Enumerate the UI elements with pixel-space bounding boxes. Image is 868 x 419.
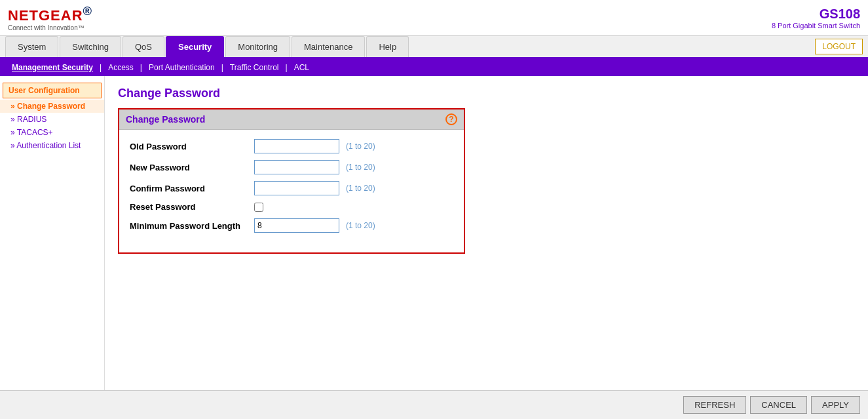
new-password-row: New Password (1 to 20) <box>130 160 453 174</box>
tagline: Connect with Innovation™ <box>8 24 92 31</box>
tab-system[interactable]: System <box>5 36 58 57</box>
subnav-port-authentication[interactable]: Port Authentication <box>142 59 221 76</box>
apply-button[interactable]: APPLY <box>811 396 860 414</box>
brand-name: NETGEAR® <box>8 4 92 24</box>
sidebar-group-user-configuration[interactable]: User Configuration <box>3 83 102 98</box>
help-icon[interactable]: ? <box>445 113 457 125</box>
sidebar-item-authentication-list[interactable]: Authentication List <box>0 139 104 152</box>
min-password-length-input[interactable] <box>254 218 339 233</box>
page-title: Change Password <box>118 87 855 100</box>
change-password-panel: Change Password ? Old Password (1 to 20)… <box>118 108 465 254</box>
page-layout: User Configuration Change Password RADIU… <box>0 76 868 417</box>
brand-text: NETGEAR <box>8 7 83 24</box>
sidebar: User Configuration Change Password RADIU… <box>0 76 105 417</box>
subnav-acl[interactable]: ACL <box>288 59 316 76</box>
new-password-hint: (1 to 20) <box>346 163 375 172</box>
tab-maintenance[interactable]: Maintenance <box>292 36 365 57</box>
reset-password-label: Reset Password <box>130 202 248 212</box>
subnav-management-security[interactable]: Management Security <box>5 59 100 76</box>
tab-qos[interactable]: QoS <box>123 36 164 57</box>
old-password-row: Old Password (1 to 20) <box>130 139 453 153</box>
sidebar-item-radius[interactable]: RADIUS <box>0 113 104 126</box>
logo: NETGEAR® Connect with Innovation™ <box>8 4 92 31</box>
tab-help[interactable]: Help <box>366 36 409 57</box>
panel-title: Change Password <box>126 114 205 125</box>
sidebar-item-tacacs[interactable]: TACACS+ <box>0 126 104 139</box>
brand-reg: ® <box>83 4 93 18</box>
panel-header: Change Password ? <box>119 110 464 130</box>
refresh-button[interactable]: REFRESH <box>683 396 746 414</box>
old-password-label: Old Password <box>130 142 248 151</box>
cancel-button[interactable]: CANCEL <box>750 396 807 414</box>
confirm-password-label: Confirm Password <box>130 184 248 193</box>
confirm-password-row: Confirm Password (1 to 20) <box>130 181 453 195</box>
main-content: Change Password Change Password ? Old Pa… <box>105 76 868 417</box>
tab-switching[interactable]: Switching <box>60 36 121 57</box>
panel-body: Old Password (1 to 20) New Password (1 t… <box>119 130 464 252</box>
old-password-input[interactable] <box>254 139 339 153</box>
min-password-length-label: Minimum Password Length <box>130 221 248 231</box>
header: NETGEAR® Connect with Innovation™ GS108 … <box>0 0 868 36</box>
reset-password-checkbox[interactable] <box>254 203 263 212</box>
min-password-length-hint: (1 to 20) <box>346 221 375 230</box>
device-model: GS108 <box>772 7 860 22</box>
device-info: GS108 8 Port Gigabit Smart Switch <box>772 7 860 30</box>
nav-tabs: System Switching QoS Security Monitoring… <box>0 36 868 59</box>
subnav-traffic-control[interactable]: Traffic Control <box>223 59 286 76</box>
footer: REFRESH CANCEL APPLY <box>0 390 868 417</box>
confirm-password-input[interactable] <box>254 181 339 195</box>
new-password-input[interactable] <box>254 160 339 174</box>
min-password-length-row: Minimum Password Length (1 to 20) <box>130 218 453 233</box>
old-password-hint: (1 to 20) <box>346 142 375 151</box>
sidebar-item-change-password[interactable]: Change Password <box>0 100 104 113</box>
reset-password-row: Reset Password <box>130 202 453 212</box>
new-password-label: New Password <box>130 163 248 172</box>
tab-monitoring[interactable]: Monitoring <box>225 36 290 57</box>
sub-nav: Management Security | Access | Port Auth… <box>0 59 868 76</box>
device-desc: 8 Port Gigabit Smart Switch <box>772 22 860 30</box>
confirm-password-hint: (1 to 20) <box>346 184 375 193</box>
subnav-access[interactable]: Access <box>102 59 140 76</box>
logout-button[interactable]: LOGOUT <box>815 39 863 54</box>
tab-security[interactable]: Security <box>166 36 224 57</box>
